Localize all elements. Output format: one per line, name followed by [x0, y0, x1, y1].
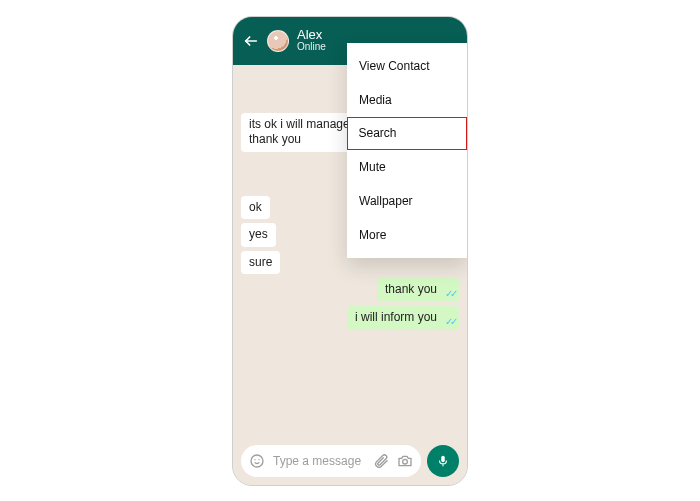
menu-item-wallpaper[interactable]: Wallpaper: [347, 184, 467, 218]
svg-point-2: [254, 459, 255, 460]
incoming-bubble[interactable]: ok: [241, 196, 270, 220]
input-bar: Type a message: [233, 441, 467, 485]
menu-item-mute[interactable]: Mute: [347, 150, 467, 184]
read-ticks-icon: ✓✓: [445, 315, 455, 328]
message-placeholder: Type a message: [273, 454, 365, 468]
header-text[interactable]: Alex Online: [297, 28, 326, 52]
incoming-bubble[interactable]: yes: [241, 223, 276, 247]
svg-point-1: [251, 455, 263, 467]
menu-item-search[interactable]: Search: [347, 117, 467, 150]
menu-item-more[interactable]: More: [347, 218, 467, 252]
mic-button[interactable]: [427, 445, 459, 477]
menu-item-media[interactable]: Media: [347, 83, 467, 117]
incoming-bubble[interactable]: its ok i will manage thank you: [241, 113, 358, 152]
menu-item-view-contact[interactable]: View Contact: [347, 49, 467, 83]
contact-name: Alex: [297, 28, 326, 42]
options-menu: View ContactMediaSearchMuteWallpaperMore: [347, 43, 467, 258]
message-row: thank you✓✓: [241, 278, 459, 302]
message-input[interactable]: Type a message: [241, 445, 421, 477]
contact-status: Online: [297, 42, 326, 53]
outgoing-bubble[interactable]: thank you✓✓: [377, 278, 459, 302]
phone-frame: Alex Online its ok i will manage thank y…: [232, 16, 468, 486]
stage: Alex Online its ok i will manage thank y…: [0, 0, 700, 501]
read-ticks-icon: ✓✓: [445, 287, 455, 300]
emoji-icon[interactable]: [249, 453, 265, 469]
outgoing-bubble[interactable]: i will inform you✓✓: [347, 306, 459, 330]
back-arrow-icon[interactable]: [243, 33, 259, 49]
camera-icon[interactable]: [397, 453, 413, 469]
svg-point-3: [258, 459, 259, 460]
svg-point-4: [403, 459, 408, 464]
svg-rect-5: [442, 464, 443, 466]
incoming-bubble[interactable]: sure: [241, 251, 280, 275]
attach-icon[interactable]: [373, 453, 389, 469]
avatar[interactable]: [267, 30, 289, 52]
message-row: i will inform you✓✓: [241, 306, 459, 330]
